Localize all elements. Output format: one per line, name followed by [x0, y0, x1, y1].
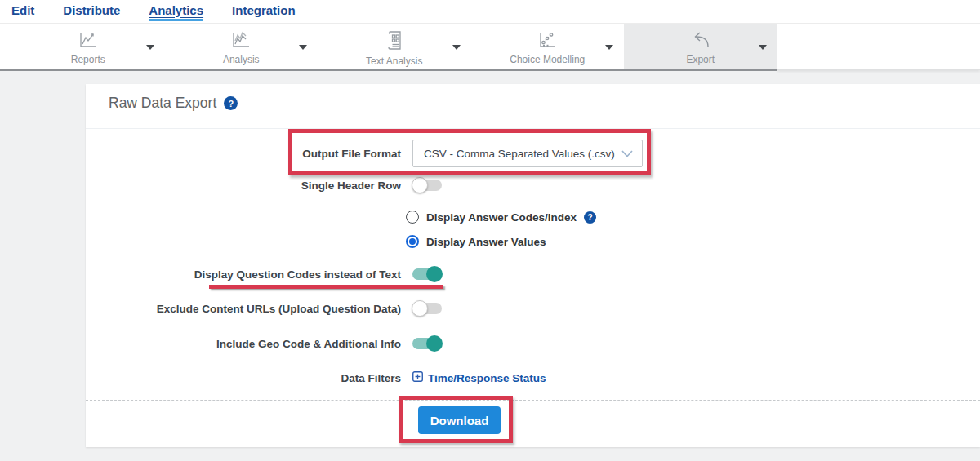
content-area: Raw Data Export ? Output File Format CSV…: [0, 70, 980, 461]
single-header-row-toggle[interactable]: [412, 180, 442, 191]
toggle-knob: [412, 300, 428, 317]
toolbar-item-label: Reports: [71, 54, 105, 65]
chevron-down-icon[interactable]: [299, 45, 307, 50]
raw-data-export-screen: Edit Distribute Analytics Integration Re…: [0, 0, 980, 461]
nav-item-analytics[interactable]: Analytics: [149, 2, 203, 21]
chevron-down-icon[interactable]: [759, 45, 767, 50]
nav-item-integration[interactable]: Integration: [232, 2, 296, 20]
toggle-knob: [412, 177, 428, 193]
chevron-down-icon[interactable]: [146, 45, 154, 50]
output-format-label: Output File Format: [86, 148, 401, 160]
chevron-down-icon: [621, 146, 633, 161]
radio-label: Display Answer Codes/Index: [426, 211, 577, 224]
toolbar-filler: [777, 24, 980, 70]
exclude-content-urls-row: Exclude Content URLs (Upload Question Da…: [86, 299, 980, 317]
toolbar-item-label: Export: [686, 54, 715, 65]
display-answer-codes-radio[interactable]: Display Answer Codes/Index ?: [406, 211, 596, 224]
toolbar-item-label: Choice Modelling: [510, 54, 585, 65]
chevron-down-icon[interactable]: [452, 45, 461, 50]
toolbar-item-choice-modelling[interactable]: Choice Modelling: [471, 24, 625, 69]
answer-codes-row: Display Answer Codes/Index ?: [86, 210, 980, 224]
raw-data-export-card: Raw Data Export ? Output File Format CSV…: [86, 84, 980, 447]
display-answer-values-radio[interactable]: Display Answer Values: [406, 235, 546, 248]
single-header-row-label: Single Header Row: [86, 180, 401, 192]
output-format-select[interactable]: CSV - Comma Separated Values (.csv): [412, 140, 643, 167]
top-nav: Edit Distribute Analytics Integration: [0, 0, 980, 23]
exclude-content-urls-toggle[interactable]: [412, 303, 442, 314]
radio-label: Display Answer Values: [426, 236, 546, 248]
page-title-text: Raw Data Export: [109, 95, 216, 112]
title-divider: [86, 128, 980, 129]
toolbar-item-export[interactable]: Export: [624, 24, 777, 69]
chevron-down-icon[interactable]: [605, 45, 613, 50]
time-response-status-link[interactable]: Time/Response Status: [412, 371, 546, 384]
include-geo-toggle[interactable]: [412, 338, 442, 349]
plus-square-icon: [412, 371, 423, 384]
annotation-underline-question-codes: [209, 285, 443, 289]
document-report-icon: [385, 30, 404, 51]
nav-item-edit[interactable]: Edit: [11, 2, 34, 20]
help-icon[interactable]: ?: [584, 211, 596, 224]
radio-icon[interactable]: [406, 235, 419, 248]
line-chart-icon: [78, 30, 99, 50]
single-header-row: Single Header Row: [86, 176, 980, 194]
data-filters-label: Data Filters: [86, 372, 401, 384]
output-format-row: Output File Format CSV - Comma Separated…: [86, 140, 980, 167]
toolbar-item-label: Text Analysis: [366, 55, 422, 67]
download-button[interactable]: Download: [418, 406, 501, 434]
dot-line-chart-icon: [537, 30, 558, 50]
toggle-knob: [426, 266, 443, 282]
analytics-toolbar: Reports Analysis: [0, 23, 980, 70]
question-codes-toggle[interactable]: [412, 268, 442, 280]
time-response-status-label: Time/Response Status: [428, 372, 546, 384]
toolbar-item-label: Analysis: [223, 54, 260, 65]
include-geo-label: Include Geo Code & Additional Info: [86, 338, 401, 350]
page-title: Raw Data Export ?: [109, 95, 238, 112]
export-arrow-icon: [688, 30, 713, 50]
toggle-knob: [426, 335, 443, 352]
output-format-selected-value: CSV - Comma Separated Values (.csv): [424, 148, 615, 160]
answer-values-row: Display Answer Values: [86, 234, 980, 249]
toolbar-item-reports[interactable]: Reports: [11, 24, 165, 69]
toolbar-item-text-analysis[interactable]: Text Analysis: [318, 24, 471, 69]
question-codes-row: Display Question Codes instead of Text: [86, 265, 980, 283]
question-codes-label: Display Question Codes instead of Text: [86, 268, 401, 281]
include-geo-row: Include Geo Code & Additional Info: [86, 335, 980, 352]
radio-icon[interactable]: [406, 211, 419, 224]
help-icon[interactable]: ?: [224, 96, 238, 110]
data-filters-row: Data Filters Time/Response Status: [86, 369, 980, 387]
section-dashed-divider: [86, 400, 980, 401]
exclude-content-urls-label: Exclude Content URLs (Upload Question Da…: [86, 303, 401, 315]
nav-item-distribute[interactable]: Distribute: [63, 2, 120, 20]
multi-line-chart-icon: [230, 30, 252, 50]
toolbar-item-analysis[interactable]: Analysis: [165, 24, 318, 69]
